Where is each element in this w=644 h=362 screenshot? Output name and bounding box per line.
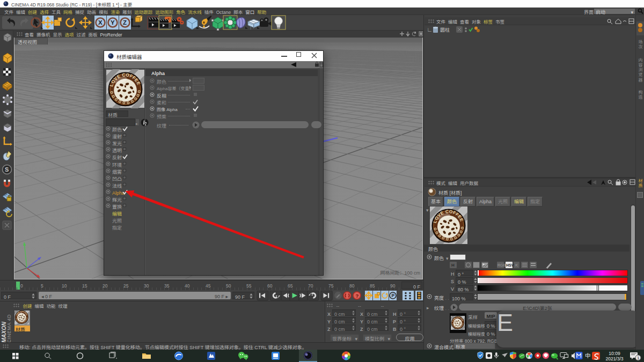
- svg-text:1: 1: [637, 356, 640, 360]
- svg-text:HSV: HSV: [506, 263, 514, 267]
- svg-text:中: 中: [585, 351, 591, 359]
- svg-text:P: P: [392, 293, 395, 298]
- svg-text:S: S: [5, 166, 9, 173]
- svg-text:X: X: [98, 19, 103, 26]
- svg-text:Z: Z: [123, 19, 127, 26]
- svg-text:?: ?: [356, 293, 359, 299]
- svg-text:Y: Y: [111, 19, 115, 26]
- svg-text:K: K: [515, 263, 518, 268]
- svg-text:RGB: RGB: [497, 263, 506, 267]
- svg-text:H: H: [451, 263, 455, 268]
